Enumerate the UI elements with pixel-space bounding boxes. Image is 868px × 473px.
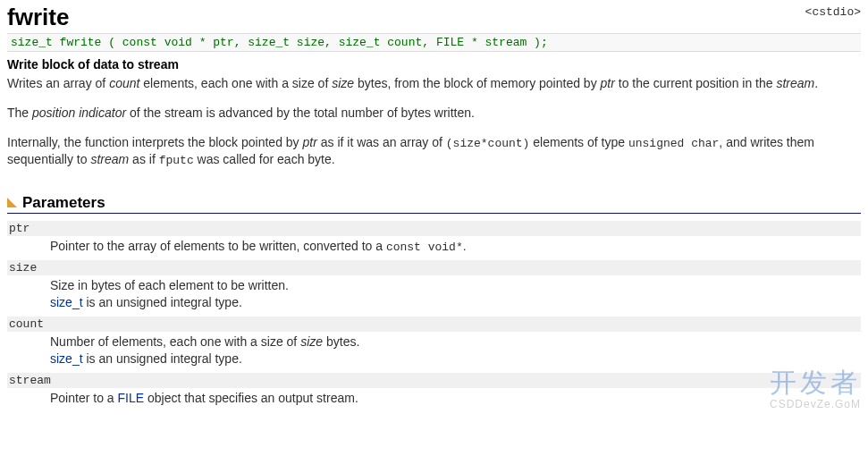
- param-desc-ptr: Pointer to the array of elements to be w…: [50, 238, 861, 256]
- size-t-link[interactable]: size_t: [50, 351, 83, 366]
- description-p1: Writes an array of count elements, each …: [7, 75, 861, 92]
- text: elements, each one with a size of: [139, 76, 332, 90]
- parameters-title: Parameters: [22, 194, 105, 212]
- param-name-ptr: ptr: [7, 221, 861, 236]
- code-const-void: const void*: [386, 241, 463, 254]
- param-name-count: count: [7, 317, 861, 332]
- parameters-heading: Parameters: [7, 194, 861, 214]
- text: is an unsigned integral type.: [83, 351, 242, 366]
- text: Pointer to the array of elements to be w…: [50, 239, 386, 253]
- subtitle: Write block of data to stream: [7, 57, 861, 72]
- text: is an unsigned integral type.: [83, 295, 242, 309]
- parameters-list: ptr Pointer to the array of elements to …: [7, 221, 861, 407]
- em-ptr: ptr: [303, 135, 317, 149]
- param-desc-size: Size in bytes of each element to be writ…: [50, 277, 861, 311]
- code-uchar: unsigned char: [628, 137, 719, 150]
- text: was called for each byte.: [194, 152, 335, 166]
- text: .: [463, 239, 467, 253]
- text: .: [814, 76, 818, 90]
- function-signature: size_t fwrite ( const void * ptr, size_t…: [7, 33, 861, 52]
- text: Writes an array of: [7, 76, 109, 90]
- em-size: size: [332, 76, 354, 90]
- text: as if: [129, 152, 158, 166]
- code-expr: (size*count): [446, 137, 530, 150]
- em-stream: stream: [90, 152, 129, 166]
- text: to the current position in the: [615, 76, 777, 90]
- text: elements of type: [529, 135, 628, 149]
- param-name-stream: stream: [7, 373, 861, 388]
- param-desc-stream: Pointer to a FILE object that specifies …: [50, 390, 861, 407]
- em-size: size: [300, 334, 323, 349]
- em-count: count: [109, 76, 139, 90]
- description-p3: Internally, the function interprets the …: [7, 134, 861, 169]
- text: bytes, from the block of memory pointed …: [354, 76, 600, 90]
- text: Size in bytes of each element to be writ…: [50, 278, 289, 292]
- description-p2: The position indicator of the stream is …: [7, 105, 861, 122]
- em-position-indicator: position indicator: [32, 106, 126, 120]
- header-row: fwrite <cstdio>: [7, 4, 861, 31]
- header-include: <cstdio>: [805, 4, 861, 19]
- triangle-icon: [7, 198, 17, 207]
- text: Internally, the function interprets the …: [7, 135, 303, 149]
- text: The: [7, 106, 32, 120]
- code-fputc: fputc: [159, 154, 194, 167]
- text: of the stream is advanced by the total n…: [126, 106, 475, 120]
- text: Number of elements, each one with a size…: [50, 334, 300, 349]
- text: bytes.: [323, 334, 359, 349]
- text: object that specifies an output stream.: [144, 391, 358, 405]
- text: Pointer to a: [50, 391, 118, 405]
- size-t-link[interactable]: size_t: [50, 295, 83, 309]
- file-link[interactable]: FILE: [118, 391, 145, 405]
- em-stream: stream: [776, 76, 814, 90]
- text: as if it was an array of: [317, 135, 446, 149]
- function-name: fwrite: [7, 4, 69, 31]
- param-desc-count: Number of elements, each one with a size…: [50, 334, 861, 367]
- em-ptr: ptr: [601, 76, 615, 90]
- param-name-size: size: [7, 260, 861, 275]
